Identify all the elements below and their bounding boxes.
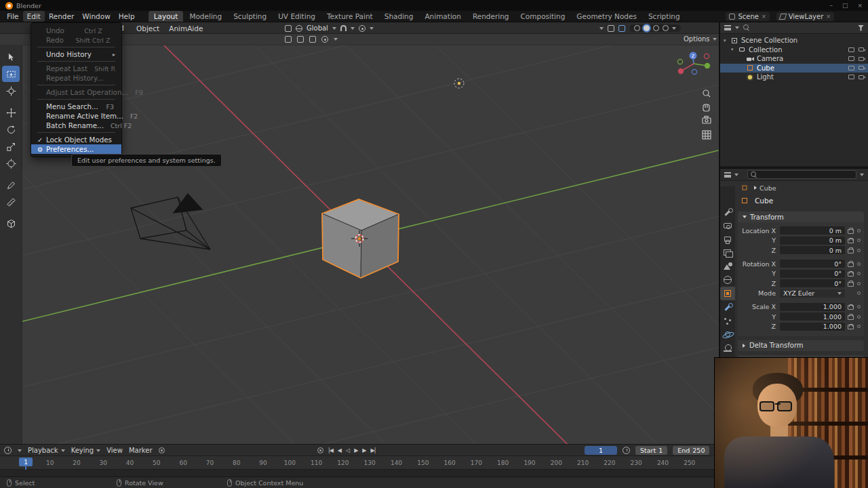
lock-icon[interactable] [848, 228, 854, 234]
workspace-tab[interactable]: UV Editing [273, 11, 321, 22]
edit-menu-item[interactable]: Menu Search... F3 [31, 102, 121, 111]
edit-menu-item[interactable]: Adjust Last Operation... F9 [31, 87, 121, 97]
disable-in-viewport-icon[interactable] [848, 66, 854, 70]
lock-icon[interactable] [848, 323, 854, 329]
shading-material-icon[interactable] [653, 25, 659, 31]
animate-property-icon[interactable] [857, 315, 861, 319]
workspace-tab[interactable]: Compositing [515, 11, 571, 22]
properties-tab[interactable] [720, 273, 735, 287]
properties-tab[interactable] [720, 314, 735, 327]
outliner-row[interactable]: Camera [720, 54, 868, 64]
animate-property-icon[interactable] [857, 305, 861, 308]
properties-tab[interactable] [720, 205, 735, 219]
workspace-tab[interactable]: Rendering [467, 11, 515, 22]
properties-tab[interactable] [720, 287, 735, 300]
rotate-tool-button[interactable] [2, 121, 20, 138]
disable-in-viewport-icon[interactable] [848, 47, 854, 52]
unlink-icon[interactable]: × [826, 14, 831, 20]
end-frame-field[interactable]: End 250 [673, 446, 709, 455]
select-extend-icon[interactable] [297, 36, 304, 43]
camera-object[interactable] [131, 194, 210, 249]
unlink-icon[interactable]: × [762, 14, 766, 20]
edit-menu-item[interactable]: Batch Rename... Ctrl F2 [31, 121, 121, 130]
workspace-tab[interactable]: Geometry Nodes [571, 11, 642, 22]
workspace-tab[interactable]: Scripting [643, 11, 686, 22]
menubar-item[interactable]: Help [115, 11, 139, 22]
disclosure-arrow-icon[interactable]: ▾ [724, 38, 730, 43]
properties-tab[interactable] [720, 327, 735, 341]
orientation-dropdown[interactable]: Global [307, 24, 328, 32]
animate-property-icon[interactable] [857, 229, 861, 232]
transport-button[interactable]: ▶ [362, 447, 366, 453]
properties-tab[interactable] [720, 341, 735, 354]
select-box-tool-button[interactable] [2, 66, 20, 82]
edit-menu-item[interactable]: Undo Ctrl Z [31, 26, 121, 35]
edit-menu-item[interactable] [37, 85, 115, 85]
disclosure-arrow-icon[interactable]: ▾ [731, 47, 738, 52]
filter-icon[interactable] [858, 25, 864, 31]
animate-property-icon[interactable] [857, 272, 861, 275]
proportional-editing-icon[interactable] [359, 25, 366, 32]
add-cube-tool-button[interactable] [2, 216, 20, 232]
disable-in-render-icon[interactable] [859, 75, 864, 79]
property-value-field[interactable]: 1.000 [780, 303, 845, 311]
workspace-tab[interactable]: Layout [149, 11, 184, 22]
shading-wireframe-icon[interactable] [634, 25, 640, 31]
lock-icon[interactable] [848, 281, 854, 287]
annotate-tool-button[interactable] [2, 177, 20, 193]
lock-icon[interactable] [848, 304, 854, 310]
move-view-hand-icon[interactable] [703, 104, 709, 111]
view-menu[interactable]: View [106, 447, 123, 454]
toggle-ortho-grid-icon[interactable] [703, 131, 711, 139]
property-value-field[interactable]: 0° [780, 279, 845, 287]
properties-tab[interactable] [720, 219, 735, 232]
playback-menu[interactable]: Playback [28, 447, 65, 454]
transport-button[interactable]: ◀ [338, 447, 341, 453]
navigation-gizmo[interactable]: Z [677, 52, 710, 75]
menubar-item[interactable]: File [3, 11, 23, 22]
lock-icon[interactable] [848, 270, 854, 277]
select-intersect-icon[interactable] [321, 36, 328, 43]
disable-in-render-icon[interactable] [859, 47, 864, 52]
properties-tab[interactable] [720, 260, 735, 273]
transport-button[interactable]: ▶| [370, 447, 375, 453]
measure-tool-button[interactable] [2, 194, 20, 210]
zoom-icon[interactable] [703, 90, 710, 97]
close-button[interactable]: × [857, 2, 863, 9]
viewport-menu-item[interactable]: Object [132, 24, 164, 33]
menubar-item[interactable]: Edit [23, 11, 45, 22]
cube-object[interactable] [322, 199, 399, 278]
current-frame-field[interactable]: 1 [585, 446, 617, 455]
transform-section-header[interactable]: Transform [738, 211, 864, 222]
show-overlays-icon[interactable] [618, 25, 625, 32]
animate-property-icon[interactable] [857, 282, 861, 285]
lock-icon[interactable] [848, 247, 854, 253]
edit-menu-item[interactable]: Redo Shift Ctrl Z [31, 35, 121, 45]
properties-tab[interactable] [720, 232, 735, 246]
minimize-button[interactable]: – [829, 2, 833, 9]
outliner-row[interactable]: ▾ Collection [720, 45, 868, 55]
transport-button[interactable]: ▶ [354, 447, 357, 453]
move-tool-button[interactable] [2, 104, 20, 121]
scene-selector[interactable]: Scene × [726, 12, 769, 21]
outliner-row[interactable]: Light [720, 73, 868, 82]
property-value-field[interactable]: XYZ Euler [780, 289, 845, 298]
viewport-menu-item[interactable]: AnimAide [164, 24, 208, 33]
property-value-field[interactable]: 1.000 [780, 323, 845, 331]
camera-view-icon[interactable] [703, 117, 711, 124]
property-value-field[interactable]: 0° [780, 270, 845, 278]
edit-menu-item[interactable]: Rename Active Item... F2 [31, 111, 121, 121]
property-value-field[interactable]: 0 m [780, 226, 845, 235]
edit-menu-item[interactable] [37, 61, 115, 62]
animate-property-icon[interactable] [857, 249, 861, 252]
lock-icon[interactable] [848, 314, 854, 320]
properties-tab[interactable] [720, 300, 735, 314]
workspace-tab[interactable]: Modeling [184, 11, 227, 22]
workspace-tab[interactable]: Animation [419, 11, 467, 22]
edit-menu-item[interactable]: Repeat History... [31, 73, 121, 83]
disable-in-render-icon[interactable] [859, 57, 864, 61]
properties-tab[interactable] [720, 246, 735, 260]
show-gizmo-icon[interactable] [608, 25, 614, 32]
select-mode-icon[interactable] [285, 36, 292, 43]
animate-property-icon[interactable] [857, 262, 861, 266]
